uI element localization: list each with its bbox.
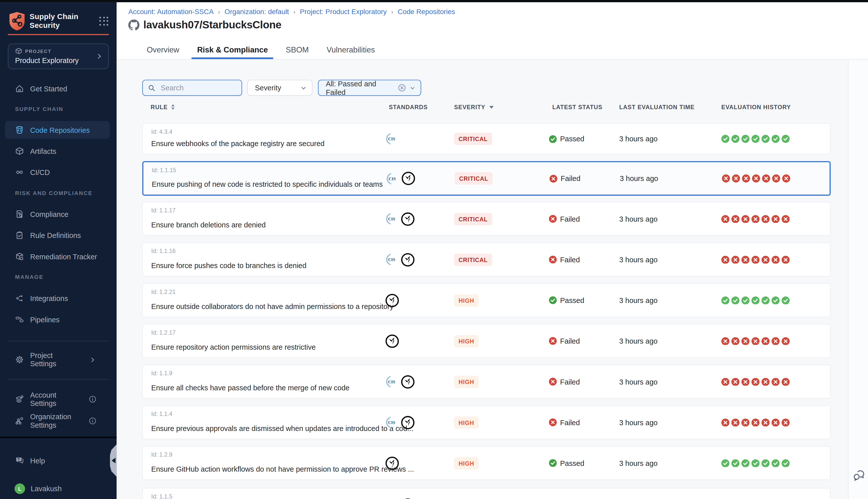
breadcrumb-separator: › [293,8,296,15]
sidebar-item-rule-definitions[interactable]: Rule Definitions [5,227,110,244]
rule-row[interactable]: Id: 1.1.4Ensure previous approvals are d… [142,405,831,439]
rule-row[interactable]: Id: 1.2.21Ensure outside collaborators d… [142,283,831,317]
sort-rule-icon[interactable] [171,104,174,110]
user-name: Lavakush [31,484,62,492]
evaluation-history[interactable] [721,378,789,386]
svg-text:CIS: CIS [388,420,395,425]
severity-badge: CRITICAL [454,212,492,225]
package-icon [15,147,24,156]
info-icon[interactable] [88,417,97,425]
failed-x-icon [772,256,780,264]
severity-filter-dropdown[interactable]: Severity [247,80,312,96]
passed-check-icon [549,459,557,467]
home-icon [15,84,24,93]
sidebar-item-project-settings[interactable]: Project Settings [5,351,110,368]
failed-x-icon [549,418,557,426]
sidebar-item-remediation-tracker[interactable]: Remediation Tracker [5,248,110,265]
column-header-standards: STANDARDS [389,104,428,110]
status-filter-dropdown[interactable]: All: Passed and Failed [318,80,421,96]
severity-cell: CRITICAL [454,133,492,145]
search-input[interactable] [159,83,234,93]
failed-x-icon [722,174,730,182]
sidebar-divider [8,341,109,341]
breadcrumb-link[interactable]: Organization: default [225,8,289,15]
sidebar-item-cicd[interactable]: CI/CD [5,164,110,181]
sidebar-item-label: Artifacts [30,147,56,155]
owasp-standard-icon [385,293,400,307]
rule-id: Id: 1.1.15 [152,167,176,173]
breadcrumb: Account: Automation-SSCA›Organization: d… [128,8,455,15]
chevron-down-icon[interactable] [410,85,416,92]
column-header-latest-status: LATEST STATUS [552,104,603,110]
evaluation-history[interactable] [721,135,789,143]
sidebar-item-label: Organization Settings [30,413,78,429]
rule-row[interactable]: Id: 1.1.15Ensure pushing of new code is … [142,161,831,196]
latest-status-cell: Passed [549,135,584,143]
evaluation-history[interactable] [721,459,789,467]
breadcrumb-link[interactable]: Code Repositories [398,8,455,15]
tab-risk-compliance[interactable]: Risk & Compliance [197,40,268,59]
rule-row[interactable]: Id: 1.1.17Ensure branch deletions are de… [142,202,831,236]
evaluation-history[interactable] [721,256,789,264]
svg-text:CIS: CIS [388,379,395,384]
passed-check-icon [751,135,760,143]
sidebar-item-code-repositories[interactable]: Code Repositories [5,121,110,139]
evaluation-history[interactable] [721,337,789,345]
sidebar-item-account-settings[interactable]: Account Settings [5,391,110,407]
failed-x-icon [772,418,780,426]
column-header-severity: SEVERITY [454,104,494,110]
evaluation-history[interactable] [721,215,789,223]
sidebar-item-artifacts[interactable]: Artifacts [5,143,110,160]
feedback-chat-icon[interactable] [853,468,866,482]
app-logo: Supply Chain Security [8,10,109,32]
evaluation-history[interactable] [722,174,790,182]
user-menu[interactable]: L Lavakush [5,481,110,496]
rule-row[interactable]: Id: 1.2.9Ensure GitHub action workflows … [142,446,831,480]
tab-vulnerabilities[interactable]: Vulnerabilities [326,40,375,59]
rule-row[interactable]: Id: 1.1.9Ensure all checks have passed b… [142,365,831,399]
sidebar-item-organization-settings[interactable]: Organization Settings [5,413,110,429]
project-selector[interactable]: PROJECT Product Exploratory [8,44,109,69]
rule-row[interactable]: Id: 1.1.16Ensure force pushes code to br… [142,242,831,276]
standards-cell: CIS [386,171,416,186]
failed-x-icon [731,378,739,386]
app-switcher-icon[interactable] [99,16,109,26]
info-icon[interactable] [88,395,97,403]
sort-severity-desc-icon[interactable] [489,106,494,108]
rule-id: Id: 1.2.21 [151,288,176,295]
failed-x-icon [751,215,760,223]
brand-divider [8,34,109,35]
standards-cell: CIS [385,133,398,145]
sidebar-item-integrations[interactable]: Integrations [5,290,110,307]
tab-sbom[interactable]: SBOM [285,40,309,59]
passed-check-icon [549,135,557,143]
evaluation-history[interactable] [721,296,789,304]
breadcrumb-link[interactable]: Account: Automation-SSCA [128,8,214,15]
rule-row[interactable]: Id: 4.3.4Ensure webhooks of the package … [142,123,831,154]
sidebar-item-label: Rule Definitions [30,231,81,240]
latest-status-cell: Passed [549,459,584,467]
cis-standard-icon: CIS [385,375,398,388]
org-gear-icon [15,416,24,425]
standards-cell: CIS [385,375,415,389]
rule-row[interactable]: Id: 1.1.5 CIS HIGHFailed3 hours ago [142,488,831,499]
standards-cell: CIS [385,415,415,430]
sidebar-item-get-started[interactable]: Get Started [5,80,110,97]
failed-x-icon [782,256,789,264]
failed-x-icon [742,174,750,182]
sidebar-item-pipelines[interactable]: Pipelines [5,311,110,328]
tab-overview[interactable]: Overview [146,40,180,59]
evaluation-history[interactable] [721,418,789,426]
failed-x-icon [761,378,770,386]
sidebar-item-compliance[interactable]: Compliance [5,206,110,223]
svg-text:?: ? [17,457,20,461]
rule-row[interactable]: Id: 1.2.17Ensure repository action permi… [142,324,831,358]
failed-x-icon [721,378,730,386]
breadcrumb-link[interactable]: Project: Product Exploratory [300,8,387,15]
sidebar-item-help[interactable]: ? Help [5,452,110,469]
project-label: PROJECT [25,48,51,54]
rule-id: Id: 1.1.9 [151,370,172,377]
clear-filter-icon[interactable] [398,84,406,92]
sidebar-item-label: Remediation Tracker [30,252,97,260]
help-chat-icon: ? [15,456,24,465]
